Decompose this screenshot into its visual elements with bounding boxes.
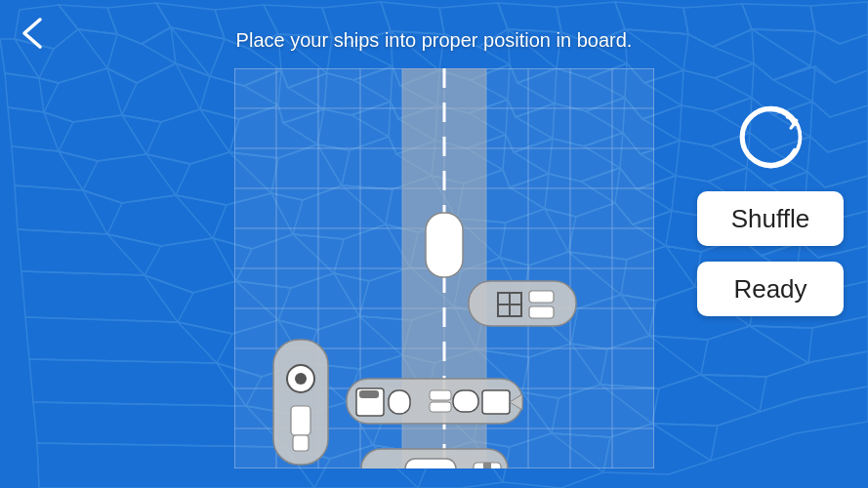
right-panel: Shuffle Ready	[692, 98, 848, 316]
rotate-button[interactable]	[731, 98, 809, 176]
svg-rect-4	[426, 213, 463, 277]
svg-rect-15	[293, 435, 309, 451]
ready-button[interactable]: Ready	[697, 262, 844, 316]
svg-rect-23	[482, 390, 510, 414]
svg-rect-19	[359, 390, 379, 398]
svg-rect-21	[430, 402, 451, 412]
svg-point-13	[295, 373, 307, 385]
svg-rect-14	[291, 406, 310, 435]
shuffle-button[interactable]: Shuffle	[697, 191, 844, 246]
svg-rect-28	[483, 463, 491, 468]
instruction-text: Place your ships into proper position in…	[0, 29, 868, 52]
svg-rect-26	[405, 459, 456, 468]
svg-rect-10	[529, 306, 554, 318]
svg-rect-9	[529, 291, 554, 303]
svg-rect-22	[453, 390, 478, 412]
svg-rect-20	[430, 390, 451, 400]
game-board[interactable]	[234, 68, 654, 468]
svg-rect-18	[389, 390, 410, 414]
